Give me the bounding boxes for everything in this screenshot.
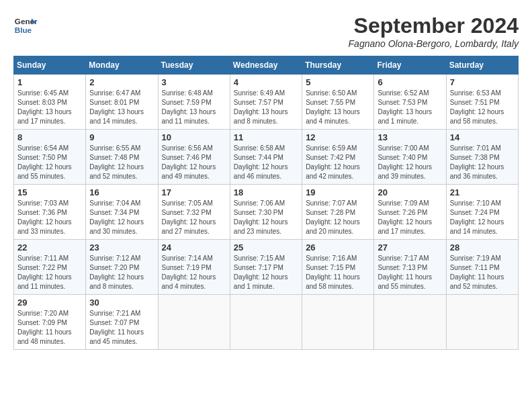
day-info: Sunrise: 7:10 AM Sunset: 7:24 PM Dayligh… (450, 199, 515, 236)
column-header-tuesday: Tuesday (158, 56, 230, 75)
title-area: September 2024 Fagnano Olona-Bergoro, Lo… (349, 13, 519, 49)
calendar-cell: 18Sunrise: 7:06 AM Sunset: 7:30 PM Dayli… (230, 185, 302, 240)
calendar-cell: 12Sunrise: 6:59 AM Sunset: 7:42 PM Dayli… (302, 130, 374, 185)
calendar-cell: 15Sunrise: 7:03 AM Sunset: 7:36 PM Dayli… (14, 185, 86, 240)
day-number: 17 (162, 187, 226, 197)
day-info: Sunrise: 7:11 AM Sunset: 7:22 PM Dayligh… (17, 254, 82, 291)
calendar-week-2: 8Sunrise: 6:54 AM Sunset: 7:50 PM Daylig… (14, 130, 519, 185)
day-info: Sunrise: 7:21 AM Sunset: 7:07 PM Dayligh… (89, 309, 154, 347)
day-info: Sunrise: 7:05 AM Sunset: 7:32 PM Dayligh… (162, 199, 226, 236)
column-header-wednesday: Wednesday (230, 56, 302, 75)
day-number: 29 (17, 298, 82, 308)
day-info: Sunrise: 6:50 AM Sunset: 7:55 PM Dayligh… (306, 89, 370, 126)
day-info: Sunrise: 7:00 AM Sunset: 7:40 PM Dayligh… (378, 144, 442, 181)
day-info: Sunrise: 6:45 AM Sunset: 8:03 PM Dayligh… (17, 89, 82, 126)
column-header-thursday: Thursday (302, 56, 374, 75)
day-info: Sunrise: 6:56 AM Sunset: 7:46 PM Dayligh… (162, 144, 226, 181)
location: Fagnano Olona-Bergoro, Lombardy, Italy (349, 38, 519, 49)
calendar-cell: 17Sunrise: 7:05 AM Sunset: 7:32 PM Dayli… (158, 185, 230, 240)
day-info: Sunrise: 6:58 AM Sunset: 7:44 PM Dayligh… (234, 144, 298, 181)
calendar-cell (446, 295, 518, 350)
calendar-cell: 5Sunrise: 6:50 AM Sunset: 7:55 PM Daylig… (302, 75, 374, 130)
calendar-cell: 25Sunrise: 7:15 AM Sunset: 7:17 PM Dayli… (230, 240, 302, 295)
day-number: 15 (17, 187, 82, 197)
calendar-cell: 22Sunrise: 7:11 AM Sunset: 7:22 PM Dayli… (14, 240, 86, 295)
calendar-table: SundayMondayTuesdayWednesdayThursdayFrid… (13, 56, 519, 350)
calendar-cell: 13Sunrise: 7:00 AM Sunset: 7:40 PM Dayli… (374, 130, 446, 185)
calendar-cell: 26Sunrise: 7:16 AM Sunset: 7:15 PM Dayli… (302, 240, 374, 295)
day-info: Sunrise: 7:04 AM Sunset: 7:34 PM Dayligh… (89, 199, 154, 236)
calendar-cell: 19Sunrise: 7:07 AM Sunset: 7:28 PM Dayli… (302, 185, 374, 240)
calendar-cell: 14Sunrise: 7:01 AM Sunset: 7:38 PM Dayli… (446, 130, 518, 185)
day-info: Sunrise: 6:59 AM Sunset: 7:42 PM Dayligh… (306, 144, 370, 181)
day-info: Sunrise: 7:16 AM Sunset: 7:15 PM Dayligh… (306, 254, 370, 291)
logo-icon: General Blue (13, 13, 38, 38)
calendar-cell: 29Sunrise: 7:20 AM Sunset: 7:09 PM Dayli… (14, 295, 86, 350)
calendar-cell: 24Sunrise: 7:14 AM Sunset: 7:19 PM Dayli… (158, 240, 230, 295)
day-number: 11 (234, 132, 298, 142)
day-number: 25 (234, 242, 298, 253)
day-number: 26 (306, 242, 370, 253)
column-header-sunday: Sunday (14, 56, 86, 75)
day-number: 10 (162, 132, 226, 142)
day-number: 8 (17, 132, 82, 142)
day-number: 23 (89, 242, 154, 253)
day-info: Sunrise: 7:03 AM Sunset: 7:36 PM Dayligh… (17, 199, 82, 236)
calendar-cell: 1Sunrise: 6:45 AM Sunset: 8:03 PM Daylig… (14, 75, 86, 130)
day-number: 9 (89, 132, 154, 142)
day-info: Sunrise: 7:14 AM Sunset: 7:19 PM Dayligh… (162, 254, 226, 291)
day-info: Sunrise: 7:07 AM Sunset: 7:28 PM Dayligh… (306, 199, 370, 236)
calendar-cell: 8Sunrise: 6:54 AM Sunset: 7:50 PM Daylig… (14, 130, 86, 185)
calendar-week-5: 29Sunrise: 7:20 AM Sunset: 7:09 PM Dayli… (14, 295, 519, 350)
day-number: 6 (378, 77, 442, 87)
day-number: 28 (450, 242, 515, 253)
day-info: Sunrise: 6:54 AM Sunset: 7:50 PM Dayligh… (17, 144, 82, 181)
calendar-week-4: 22Sunrise: 7:11 AM Sunset: 7:22 PM Dayli… (14, 240, 519, 295)
calendar-cell: 6Sunrise: 6:52 AM Sunset: 7:53 PM Daylig… (374, 75, 446, 130)
calendar-cell (374, 295, 446, 350)
day-number: 16 (89, 187, 154, 197)
calendar-cell: 23Sunrise: 7:12 AM Sunset: 7:20 PM Dayli… (86, 240, 158, 295)
day-info: Sunrise: 6:55 AM Sunset: 7:48 PM Dayligh… (89, 144, 154, 181)
day-info: Sunrise: 7:12 AM Sunset: 7:20 PM Dayligh… (89, 254, 154, 291)
calendar-cell: 4Sunrise: 6:49 AM Sunset: 7:57 PM Daylig… (230, 75, 302, 130)
calendar-week-1: 1Sunrise: 6:45 AM Sunset: 8:03 PM Daylig… (14, 75, 519, 130)
day-number: 4 (234, 77, 298, 87)
calendar-cell: 20Sunrise: 7:09 AM Sunset: 7:26 PM Dayli… (374, 185, 446, 240)
day-number: 7 (450, 77, 515, 87)
day-number: 12 (306, 132, 370, 142)
day-number: 21 (450, 187, 515, 197)
calendar-cell: 30Sunrise: 7:21 AM Sunset: 7:07 PM Dayli… (86, 295, 158, 350)
column-header-friday: Friday (374, 56, 446, 75)
day-info: Sunrise: 6:48 AM Sunset: 7:59 PM Dayligh… (162, 89, 226, 126)
day-info: Sunrise: 7:15 AM Sunset: 7:17 PM Dayligh… (234, 254, 298, 291)
day-number: 5 (306, 77, 370, 87)
day-info: Sunrise: 7:20 AM Sunset: 7:09 PM Dayligh… (17, 309, 82, 347)
day-info: Sunrise: 6:47 AM Sunset: 8:01 PM Dayligh… (89, 89, 154, 126)
day-info: Sunrise: 6:53 AM Sunset: 7:51 PM Dayligh… (450, 89, 515, 126)
day-info: Sunrise: 6:52 AM Sunset: 7:53 PM Dayligh… (378, 89, 442, 126)
day-info: Sunrise: 7:17 AM Sunset: 7:13 PM Dayligh… (378, 254, 442, 291)
month-title: September 2024 (349, 13, 519, 38)
logo: General Blue (13, 13, 38, 38)
calendar-cell: 28Sunrise: 7:19 AM Sunset: 7:11 PM Dayli… (446, 240, 518, 295)
day-number: 19 (306, 187, 370, 197)
day-info: Sunrise: 7:01 AM Sunset: 7:38 PM Dayligh… (450, 144, 515, 181)
column-header-saturday: Saturday (446, 56, 518, 75)
svg-text:Blue: Blue (15, 26, 32, 34)
header-row: SundayMondayTuesdayWednesdayThursdayFrid… (14, 56, 519, 75)
calendar-cell: 2Sunrise: 6:47 AM Sunset: 8:01 PM Daylig… (86, 75, 158, 130)
day-info: Sunrise: 7:19 AM Sunset: 7:11 PM Dayligh… (450, 254, 515, 291)
calendar-cell: 10Sunrise: 6:56 AM Sunset: 7:46 PM Dayli… (158, 130, 230, 185)
day-number: 27 (378, 242, 442, 253)
calendar-cell (230, 295, 302, 350)
calendar-cell: 11Sunrise: 6:58 AM Sunset: 7:44 PM Dayli… (230, 130, 302, 185)
calendar-cell: 21Sunrise: 7:10 AM Sunset: 7:24 PM Dayli… (446, 185, 518, 240)
day-number: 30 (89, 298, 154, 308)
calendar-cell (158, 295, 230, 350)
day-number: 1 (17, 77, 82, 87)
day-number: 2 (89, 77, 154, 87)
day-number: 14 (450, 132, 515, 142)
day-number: 20 (378, 187, 442, 197)
day-number: 24 (162, 242, 226, 253)
